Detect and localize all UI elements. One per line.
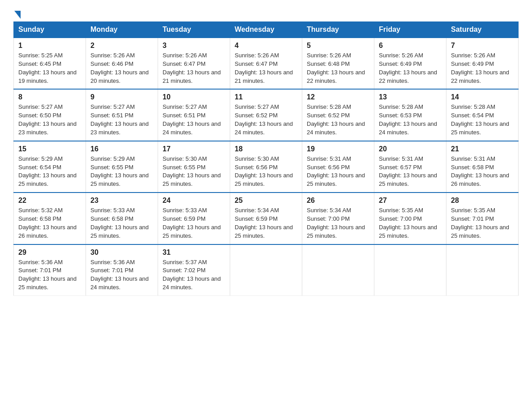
day-number: 11 — [235, 93, 297, 101]
day-info: Sunrise: 5:27 AMSunset: 6:52 PMDaylight:… — [235, 103, 293, 136]
calendar-day-cell: 9 Sunrise: 5:27 AMSunset: 6:51 PMDayligh… — [86, 89, 158, 141]
day-number: 29 — [18, 248, 81, 257]
calendar-day-cell: 30 Sunrise: 5:36 AMSunset: 7:01 PMDaylig… — [86, 244, 158, 296]
day-number: 1 — [18, 42, 81, 50]
day-info: Sunrise: 5:26 AMSunset: 6:46 PMDaylight:… — [90, 52, 149, 84]
calendar-day-cell: 7 Sunrise: 5:26 AMSunset: 6:49 PMDayligh… — [446, 38, 519, 89]
day-number: 6 — [379, 42, 442, 50]
day-number: 26 — [307, 197, 369, 205]
calendar-day-cell: 5 Sunrise: 5:26 AMSunset: 6:48 PMDayligh… — [302, 38, 374, 89]
calendar-day-cell: 17 Sunrise: 5:30 AMSunset: 6:55 PMDaylig… — [158, 141, 230, 193]
calendar-week-row: 15 Sunrise: 5:29 AMSunset: 6:54 PMDaylig… — [14, 141, 519, 193]
day-info: Sunrise: 5:27 AMSunset: 6:51 PMDaylight:… — [90, 103, 149, 136]
header-wednesday: Wednesday — [230, 22, 302, 38]
day-number: 24 — [163, 197, 225, 205]
calendar-week-row: 29 Sunrise: 5:36 AMSunset: 7:01 PMDaylig… — [14, 244, 519, 296]
day-number: 18 — [235, 145, 297, 153]
calendar-week-row: 1 Sunrise: 5:25 AMSunset: 6:45 PMDayligh… — [14, 38, 519, 89]
day-number: 25 — [235, 197, 297, 205]
page-header — [13, 9, 519, 17]
header-monday: Monday — [86, 22, 158, 38]
day-number: 31 — [163, 248, 225, 257]
calendar-day-cell: 10 Sunrise: 5:27 AMSunset: 6:51 PMDaylig… — [158, 89, 230, 141]
day-info: Sunrise: 5:32 AMSunset: 6:58 PMDaylight:… — [18, 207, 77, 239]
day-info: Sunrise: 5:27 AMSunset: 6:50 PMDaylight:… — [18, 103, 77, 136]
day-info: Sunrise: 5:27 AMSunset: 6:51 PMDaylight:… — [163, 103, 221, 136]
day-info: Sunrise: 5:33 AMSunset: 6:59 PMDaylight:… — [163, 207, 221, 239]
header-saturday: Saturday — [446, 22, 519, 38]
calendar-week-row: 8 Sunrise: 5:27 AMSunset: 6:50 PMDayligh… — [14, 89, 519, 141]
calendar-day-cell: 6 Sunrise: 5:26 AMSunset: 6:49 PMDayligh… — [374, 38, 446, 89]
day-number: 9 — [90, 93, 153, 101]
calendar-day-cell: 28 Sunrise: 5:35 AMSunset: 7:01 PMDaylig… — [446, 193, 519, 244]
day-info: Sunrise: 5:36 AMSunset: 7:01 PMDaylight:… — [90, 259, 149, 291]
empty-cell — [446, 244, 519, 296]
day-number: 28 — [451, 197, 514, 205]
calendar-day-cell: 31 Sunrise: 5:37 AMSunset: 7:02 PMDaylig… — [158, 244, 230, 296]
calendar-day-cell: 21 Sunrise: 5:31 AMSunset: 6:58 PMDaylig… — [446, 141, 519, 193]
day-info: Sunrise: 5:31 AMSunset: 6:57 PMDaylight:… — [379, 155, 437, 188]
day-number: 5 — [307, 42, 369, 50]
day-info: Sunrise: 5:36 AMSunset: 7:01 PMDaylight:… — [18, 259, 77, 291]
day-info: Sunrise: 5:30 AMSunset: 6:56 PMDaylight:… — [235, 155, 293, 188]
empty-cell — [374, 244, 446, 296]
day-info: Sunrise: 5:26 AMSunset: 6:47 PMDaylight:… — [163, 52, 221, 84]
day-info: Sunrise: 5:31 AMSunset: 6:56 PMDaylight:… — [307, 155, 365, 188]
calendar-day-cell: 14 Sunrise: 5:28 AMSunset: 6:54 PMDaylig… — [446, 89, 519, 141]
day-number: 10 — [163, 93, 225, 101]
day-info: Sunrise: 5:29 AMSunset: 6:55 PMDaylight:… — [90, 155, 149, 188]
day-info: Sunrise: 5:26 AMSunset: 6:47 PMDaylight:… — [235, 52, 293, 84]
day-number: 30 — [90, 248, 153, 257]
day-info: Sunrise: 5:35 AMSunset: 7:00 PMDaylight:… — [379, 207, 437, 239]
calendar-day-cell: 24 Sunrise: 5:33 AMSunset: 6:59 PMDaylig… — [158, 193, 230, 244]
day-info: Sunrise: 5:37 AMSunset: 7:02 PMDaylight:… — [163, 259, 221, 291]
day-number: 19 — [307, 145, 369, 153]
day-info: Sunrise: 5:26 AMSunset: 6:48 PMDaylight:… — [307, 52, 365, 84]
day-info: Sunrise: 5:34 AMSunset: 7:00 PMDaylight:… — [307, 207, 365, 239]
header-friday: Friday — [374, 22, 446, 38]
empty-cell — [302, 244, 374, 296]
day-number: 4 — [235, 42, 297, 50]
day-number: 17 — [163, 145, 225, 153]
day-info: Sunrise: 5:35 AMSunset: 7:01 PMDaylight:… — [451, 207, 509, 239]
day-number: 12 — [307, 93, 369, 101]
day-number: 2 — [90, 42, 153, 50]
calendar-day-cell: 12 Sunrise: 5:28 AMSunset: 6:52 PMDaylig… — [302, 89, 374, 141]
logo-arrow-icon — [14, 11, 21, 19]
day-info: Sunrise: 5:28 AMSunset: 6:53 PMDaylight:… — [379, 103, 437, 136]
day-number: 20 — [379, 145, 442, 153]
day-info: Sunrise: 5:25 AMSunset: 6:45 PMDaylight:… — [18, 52, 77, 84]
day-number: 27 — [379, 197, 442, 205]
day-number: 15 — [18, 145, 81, 153]
day-info: Sunrise: 5:34 AMSunset: 6:59 PMDaylight:… — [235, 207, 293, 239]
calendar-header-row: SundayMondayTuesdayWednesdayThursdayFrid… — [14, 22, 519, 38]
day-number: 22 — [18, 197, 81, 205]
calendar-day-cell: 1 Sunrise: 5:25 AMSunset: 6:45 PMDayligh… — [14, 38, 86, 89]
calendar-day-cell: 13 Sunrise: 5:28 AMSunset: 6:53 PMDaylig… — [374, 89, 446, 141]
calendar-day-cell: 3 Sunrise: 5:26 AMSunset: 6:47 PMDayligh… — [158, 38, 230, 89]
calendar-day-cell: 19 Sunrise: 5:31 AMSunset: 6:56 PMDaylig… — [302, 141, 374, 193]
header-thursday: Thursday — [302, 22, 374, 38]
day-info: Sunrise: 5:30 AMSunset: 6:55 PMDaylight:… — [163, 155, 221, 188]
calendar-day-cell: 18 Sunrise: 5:30 AMSunset: 6:56 PMDaylig… — [230, 141, 302, 193]
day-info: Sunrise: 5:26 AMSunset: 6:49 PMDaylight:… — [379, 52, 437, 84]
day-number: 7 — [451, 42, 514, 50]
day-info: Sunrise: 5:29 AMSunset: 6:54 PMDaylight:… — [18, 155, 77, 188]
logo — [13, 9, 21, 17]
empty-cell — [230, 244, 302, 296]
day-info: Sunrise: 5:31 AMSunset: 6:58 PMDaylight:… — [451, 155, 509, 188]
calendar-day-cell: 11 Sunrise: 5:27 AMSunset: 6:52 PMDaylig… — [230, 89, 302, 141]
calendar-day-cell: 29 Sunrise: 5:36 AMSunset: 7:01 PMDaylig… — [14, 244, 86, 296]
day-number: 16 — [90, 145, 153, 153]
header-tuesday: Tuesday — [158, 22, 230, 38]
calendar-day-cell: 26 Sunrise: 5:34 AMSunset: 7:00 PMDaylig… — [302, 193, 374, 244]
calendar-day-cell: 25 Sunrise: 5:34 AMSunset: 6:59 PMDaylig… — [230, 193, 302, 244]
day-number: 23 — [90, 197, 153, 205]
day-info: Sunrise: 5:28 AMSunset: 6:54 PMDaylight:… — [451, 103, 509, 136]
calendar-week-row: 22 Sunrise: 5:32 AMSunset: 6:58 PMDaylig… — [14, 193, 519, 244]
day-info: Sunrise: 5:28 AMSunset: 6:52 PMDaylight:… — [307, 103, 365, 136]
day-number: 3 — [163, 42, 225, 50]
calendar-day-cell: 20 Sunrise: 5:31 AMSunset: 6:57 PMDaylig… — [374, 141, 446, 193]
day-number: 21 — [451, 145, 514, 153]
calendar-day-cell: 15 Sunrise: 5:29 AMSunset: 6:54 PMDaylig… — [14, 141, 86, 193]
